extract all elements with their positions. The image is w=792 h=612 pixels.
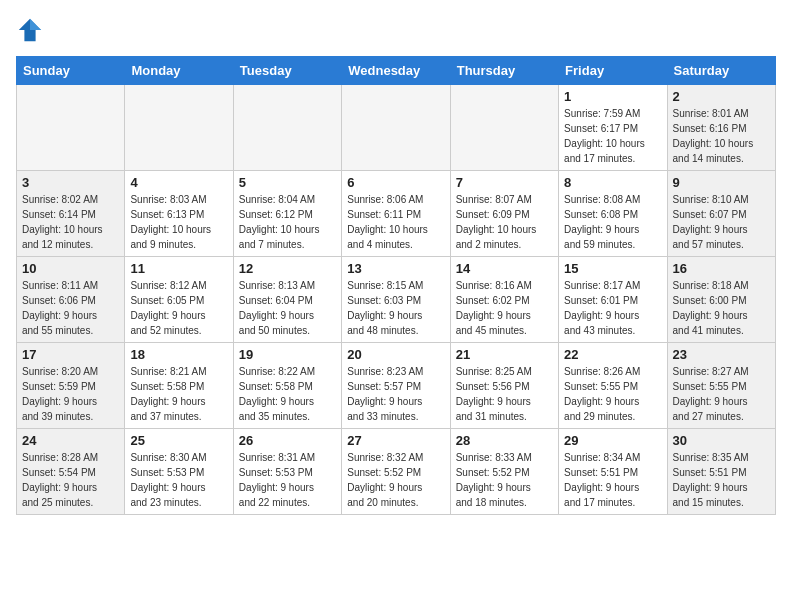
day-number: 9: [673, 175, 770, 190]
calendar-day-cell: 18Sunrise: 8:21 AM Sunset: 5:58 PM Dayli…: [125, 343, 233, 429]
day-number: 19: [239, 347, 336, 362]
day-number: 28: [456, 433, 553, 448]
day-number: 1: [564, 89, 661, 104]
day-info: Sunrise: 8:20 AM Sunset: 5:59 PM Dayligh…: [22, 364, 119, 424]
day-info: Sunrise: 8:34 AM Sunset: 5:51 PM Dayligh…: [564, 450, 661, 510]
calendar-week-row: 17Sunrise: 8:20 AM Sunset: 5:59 PM Dayli…: [17, 343, 776, 429]
logo: [16, 16, 48, 44]
calendar-day-cell: 12Sunrise: 8:13 AM Sunset: 6:04 PM Dayli…: [233, 257, 341, 343]
calendar-week-row: 24Sunrise: 8:28 AM Sunset: 5:54 PM Dayli…: [17, 429, 776, 515]
day-info: Sunrise: 8:21 AM Sunset: 5:58 PM Dayligh…: [130, 364, 227, 424]
day-number: 26: [239, 433, 336, 448]
day-info: Sunrise: 8:07 AM Sunset: 6:09 PM Dayligh…: [456, 192, 553, 252]
calendar-day-cell: 14Sunrise: 8:16 AM Sunset: 6:02 PM Dayli…: [450, 257, 558, 343]
day-info: Sunrise: 8:22 AM Sunset: 5:58 PM Dayligh…: [239, 364, 336, 424]
day-info: Sunrise: 8:08 AM Sunset: 6:08 PM Dayligh…: [564, 192, 661, 252]
day-number: 3: [22, 175, 119, 190]
day-number: 13: [347, 261, 444, 276]
day-number: 8: [564, 175, 661, 190]
calendar-day-cell: 3Sunrise: 8:02 AM Sunset: 6:14 PM Daylig…: [17, 171, 125, 257]
calendar-day-cell: 21Sunrise: 8:25 AM Sunset: 5:56 PM Dayli…: [450, 343, 558, 429]
day-info: Sunrise: 8:06 AM Sunset: 6:11 PM Dayligh…: [347, 192, 444, 252]
day-number: 21: [456, 347, 553, 362]
day-of-week-header: Monday: [125, 57, 233, 85]
day-info: Sunrise: 8:04 AM Sunset: 6:12 PM Dayligh…: [239, 192, 336, 252]
calendar-day-cell: 6Sunrise: 8:06 AM Sunset: 6:11 PM Daylig…: [342, 171, 450, 257]
calendar-day-cell: 27Sunrise: 8:32 AM Sunset: 5:52 PM Dayli…: [342, 429, 450, 515]
calendar-day-cell: 20Sunrise: 8:23 AM Sunset: 5:57 PM Dayli…: [342, 343, 450, 429]
calendar-day-cell: [342, 85, 450, 171]
day-number: 30: [673, 433, 770, 448]
day-info: Sunrise: 8:15 AM Sunset: 6:03 PM Dayligh…: [347, 278, 444, 338]
calendar-day-cell: 23Sunrise: 8:27 AM Sunset: 5:55 PM Dayli…: [667, 343, 775, 429]
day-info: Sunrise: 8:18 AM Sunset: 6:00 PM Dayligh…: [673, 278, 770, 338]
calendar-day-cell: [450, 85, 558, 171]
calendar-day-cell: 16Sunrise: 8:18 AM Sunset: 6:00 PM Dayli…: [667, 257, 775, 343]
calendar-day-cell: 13Sunrise: 8:15 AM Sunset: 6:03 PM Dayli…: [342, 257, 450, 343]
day-of-week-header: Sunday: [17, 57, 125, 85]
day-info: Sunrise: 8:27 AM Sunset: 5:55 PM Dayligh…: [673, 364, 770, 424]
day-number: 12: [239, 261, 336, 276]
calendar-week-row: 1Sunrise: 7:59 AM Sunset: 6:17 PM Daylig…: [17, 85, 776, 171]
day-info: Sunrise: 8:26 AM Sunset: 5:55 PM Dayligh…: [564, 364, 661, 424]
calendar-day-cell: [125, 85, 233, 171]
day-info: Sunrise: 8:32 AM Sunset: 5:52 PM Dayligh…: [347, 450, 444, 510]
day-number: 20: [347, 347, 444, 362]
logo-icon: [16, 16, 44, 44]
calendar-day-cell: 1Sunrise: 7:59 AM Sunset: 6:17 PM Daylig…: [559, 85, 667, 171]
svg-marker-1: [30, 19, 41, 30]
calendar-day-cell: 19Sunrise: 8:22 AM Sunset: 5:58 PM Dayli…: [233, 343, 341, 429]
day-of-week-header: Tuesday: [233, 57, 341, 85]
calendar-day-cell: 15Sunrise: 8:17 AM Sunset: 6:01 PM Dayli…: [559, 257, 667, 343]
day-info: Sunrise: 8:11 AM Sunset: 6:06 PM Dayligh…: [22, 278, 119, 338]
day-of-week-header: Friday: [559, 57, 667, 85]
day-number: 25: [130, 433, 227, 448]
calendar-day-cell: 2Sunrise: 8:01 AM Sunset: 6:16 PM Daylig…: [667, 85, 775, 171]
day-number: 16: [673, 261, 770, 276]
calendar-day-cell: 9Sunrise: 8:10 AM Sunset: 6:07 PM Daylig…: [667, 171, 775, 257]
calendar-day-cell: 24Sunrise: 8:28 AM Sunset: 5:54 PM Dayli…: [17, 429, 125, 515]
page-header: [16, 16, 776, 44]
calendar-day-cell: 10Sunrise: 8:11 AM Sunset: 6:06 PM Dayli…: [17, 257, 125, 343]
calendar-day-cell: 4Sunrise: 8:03 AM Sunset: 6:13 PM Daylig…: [125, 171, 233, 257]
day-number: 23: [673, 347, 770, 362]
calendar-day-cell: 25Sunrise: 8:30 AM Sunset: 5:53 PM Dayli…: [125, 429, 233, 515]
day-of-week-header: Saturday: [667, 57, 775, 85]
day-info: Sunrise: 8:35 AM Sunset: 5:51 PM Dayligh…: [673, 450, 770, 510]
calendar-day-cell: 17Sunrise: 8:20 AM Sunset: 5:59 PM Dayli…: [17, 343, 125, 429]
calendar-header-row: SundayMondayTuesdayWednesdayThursdayFrid…: [17, 57, 776, 85]
day-info: Sunrise: 8:03 AM Sunset: 6:13 PM Dayligh…: [130, 192, 227, 252]
calendar-day-cell: 30Sunrise: 8:35 AM Sunset: 5:51 PM Dayli…: [667, 429, 775, 515]
day-number: 17: [22, 347, 119, 362]
calendar-day-cell: 28Sunrise: 8:33 AM Sunset: 5:52 PM Dayli…: [450, 429, 558, 515]
day-of-week-header: Thursday: [450, 57, 558, 85]
calendar-day-cell: 26Sunrise: 8:31 AM Sunset: 5:53 PM Dayli…: [233, 429, 341, 515]
calendar-day-cell: 7Sunrise: 8:07 AM Sunset: 6:09 PM Daylig…: [450, 171, 558, 257]
day-info: Sunrise: 8:25 AM Sunset: 5:56 PM Dayligh…: [456, 364, 553, 424]
day-info: Sunrise: 8:13 AM Sunset: 6:04 PM Dayligh…: [239, 278, 336, 338]
calendar-week-row: 3Sunrise: 8:02 AM Sunset: 6:14 PM Daylig…: [17, 171, 776, 257]
day-info: Sunrise: 8:02 AM Sunset: 6:14 PM Dayligh…: [22, 192, 119, 252]
day-number: 18: [130, 347, 227, 362]
day-of-week-header: Wednesday: [342, 57, 450, 85]
calendar-day-cell: 8Sunrise: 8:08 AM Sunset: 6:08 PM Daylig…: [559, 171, 667, 257]
calendar-day-cell: 22Sunrise: 8:26 AM Sunset: 5:55 PM Dayli…: [559, 343, 667, 429]
calendar-day-cell: 11Sunrise: 8:12 AM Sunset: 6:05 PM Dayli…: [125, 257, 233, 343]
day-info: Sunrise: 8:12 AM Sunset: 6:05 PM Dayligh…: [130, 278, 227, 338]
day-info: Sunrise: 8:23 AM Sunset: 5:57 PM Dayligh…: [347, 364, 444, 424]
day-number: 4: [130, 175, 227, 190]
day-number: 10: [22, 261, 119, 276]
day-info: Sunrise: 8:33 AM Sunset: 5:52 PM Dayligh…: [456, 450, 553, 510]
day-info: Sunrise: 8:17 AM Sunset: 6:01 PM Dayligh…: [564, 278, 661, 338]
calendar-day-cell: 29Sunrise: 8:34 AM Sunset: 5:51 PM Dayli…: [559, 429, 667, 515]
day-number: 22: [564, 347, 661, 362]
day-number: 27: [347, 433, 444, 448]
calendar-table: SundayMondayTuesdayWednesdayThursdayFrid…: [16, 56, 776, 515]
day-info: Sunrise: 8:28 AM Sunset: 5:54 PM Dayligh…: [22, 450, 119, 510]
day-number: 6: [347, 175, 444, 190]
day-number: 29: [564, 433, 661, 448]
day-info: Sunrise: 8:10 AM Sunset: 6:07 PM Dayligh…: [673, 192, 770, 252]
day-number: 2: [673, 89, 770, 104]
day-info: Sunrise: 8:16 AM Sunset: 6:02 PM Dayligh…: [456, 278, 553, 338]
calendar-day-cell: 5Sunrise: 8:04 AM Sunset: 6:12 PM Daylig…: [233, 171, 341, 257]
